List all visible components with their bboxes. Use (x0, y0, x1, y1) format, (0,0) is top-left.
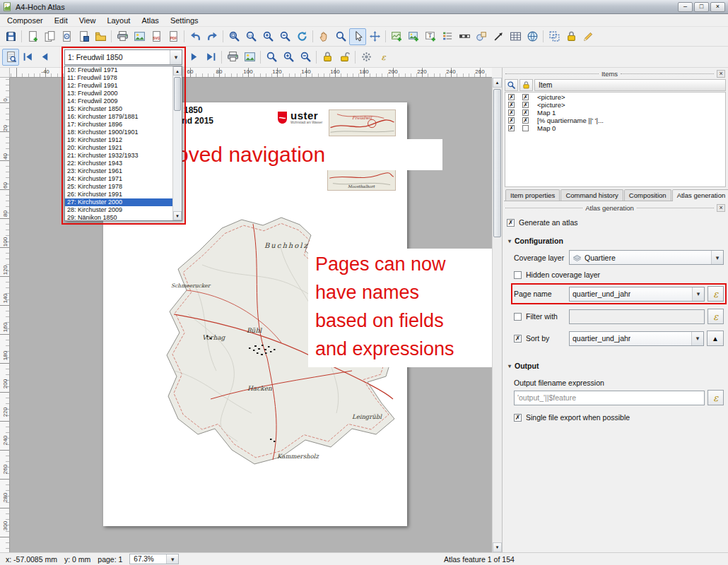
chevron-down-icon[interactable]: ▾ (166, 554, 178, 564)
coverage-layer-combo[interactable]: Quartiere ▾ (569, 250, 724, 265)
output-expression-button[interactable]: ε (708, 390, 724, 405)
item-visible-checkbox[interactable]: ✗ (508, 102, 515, 108)
zoom-atlas-button[interactable] (263, 49, 280, 66)
atlas-page-option[interactable]: 19: Kirchuster 1912 (65, 136, 172, 144)
atlas-page-option[interactable]: 24: Kirchuster 1971 (65, 175, 172, 183)
single-file-export-checkbox[interactable]: ✗ (514, 414, 522, 422)
atlas-page-combo[interactable]: 1: Freudwil 1850 ▾ (64, 49, 182, 65)
sort-by-checkbox[interactable]: ✗ (514, 335, 522, 343)
atlas-page-option[interactable]: 15: Kirchuster 1850 (65, 105, 172, 113)
scroll-up-icon[interactable]: ▴ (493, 78, 502, 88)
next-feature-button[interactable] (185, 49, 202, 66)
filter-expression-button[interactable]: ε (708, 309, 724, 324)
item-row[interactable]: ✗Map 0 (505, 124, 725, 132)
first-feature-button[interactable] (19, 49, 36, 66)
add-label-button[interactable]: T (422, 28, 439, 45)
chevron-down-icon[interactable]: ▾ (711, 251, 723, 264)
chevron-down-icon[interactable]: ▾ (692, 287, 704, 301)
output-filename-field[interactable]: 'output_'||$feature (514, 391, 705, 405)
atlas-page-option[interactable]: 11: Freudwil 1978 (65, 74, 172, 82)
atlas-page-option[interactable]: 28: Kirchuster 2009 (65, 206, 172, 214)
configuration-group-header[interactable]: ▾ Configuration (508, 237, 722, 245)
dropdown-scrollbar[interactable]: ▴ ▾ (172, 66, 182, 220)
atlas-page-option[interactable]: 16: Kirchuster 1879/1881 (65, 113, 172, 121)
scroll-up-icon[interactable]: ▴ (173, 66, 182, 76)
item-lock-checkbox[interactable]: ✗ (522, 109, 529, 116)
atlas-expression-button[interactable]: ε (375, 49, 392, 66)
atlas-page-option[interactable]: 21: Kirchuster 1932/1933 (65, 152, 172, 160)
item-lock-checkbox[interactable] (522, 125, 529, 131)
zoom-actual-button[interactable]: 1:1 (242, 28, 259, 45)
sort-direction-button[interactable]: ▲ (707, 331, 724, 346)
maximize-button[interactable]: □ (694, 2, 709, 12)
item-visible-checkbox[interactable]: ✗ (508, 109, 515, 116)
filter-with-checkbox[interactable] (514, 313, 522, 321)
duplicate-composition-button[interactable] (41, 28, 58, 45)
chevron-down-icon[interactable]: ▾ (691, 332, 703, 345)
atlas-page-option[interactable]: 27: Kirchuster 2000 (65, 198, 172, 206)
close-icon[interactable]: × (717, 204, 725, 212)
menu-atlas[interactable]: Atlas (136, 15, 164, 26)
unlock-layers-button[interactable] (336, 49, 353, 66)
menu-layout[interactable]: Layout (101, 15, 136, 26)
scrollbar-thumb[interactable] (174, 77, 181, 111)
export-svg-button[interactable]: SVG (148, 28, 165, 45)
atlas-page-option[interactable]: 13: Freudwil 2000 (65, 90, 172, 97)
chevron-down-icon[interactable]: ▾ (170, 50, 182, 64)
item-row[interactable]: ✗✗<picture> (505, 101, 725, 109)
atlas-page-option[interactable]: 29: Nänikon 1850 (65, 214, 172, 220)
add-legend-button[interactable] (439, 28, 456, 45)
atlas-page-option[interactable]: 26: Kirchuster 1991 (65, 191, 172, 198)
zoom-in-button[interactable] (259, 28, 276, 45)
close-button[interactable]: × (710, 2, 725, 12)
add-shape-button[interactable] (473, 28, 490, 45)
item-visible-checkbox[interactable]: ✗ (508, 94, 515, 100)
zoom-in-button[interactable] (280, 49, 297, 66)
scrollbar-thumb[interactable] (493, 89, 501, 237)
undo-button[interactable] (187, 28, 204, 45)
export-image-button[interactable] (131, 28, 148, 45)
add-arrow-button[interactable] (490, 28, 507, 45)
add-table-button[interactable] (507, 28, 524, 45)
menu-composer[interactable]: Composer (1, 15, 49, 26)
export-atlas-button[interactable] (241, 49, 258, 66)
titlebar[interactable]: A4-Hoch Atlas – □ × (0, 0, 728, 14)
tab-item-properties[interactable]: Item properties (505, 189, 560, 201)
edit-nodes-item-button[interactable] (580, 28, 597, 45)
atlas-page-option[interactable]: 12: Freudwil 1991 (65, 82, 172, 90)
add-map-button[interactable] (388, 28, 405, 45)
preview-atlas-button[interactable] (2, 49, 19, 66)
atlas-page-option[interactable]: 23: Kirchuster 1961 (65, 167, 172, 175)
item-lock-checkbox[interactable]: ✗ (522, 102, 529, 108)
generate-atlas-checkbox[interactable]: ✗ (507, 219, 515, 227)
sort-by-combo[interactable]: quartier_und_jahr ▾ (569, 331, 704, 346)
item-lock-checkbox[interactable]: ✗ (522, 117, 529, 124)
hidden-coverage-checkbox[interactable] (514, 271, 522, 279)
menu-view[interactable]: View (74, 15, 102, 26)
zoom-tool-button[interactable] (332, 28, 349, 45)
composer-manager-button[interactable] (58, 28, 75, 45)
select-move-item-button[interactable] (349, 28, 366, 45)
atlas-page-option[interactable]: 17: Kirchuster 1896 (65, 121, 172, 129)
tab-atlas-generation[interactable]: Atlas generation (672, 189, 728, 201)
canvas-vertical-scrollbar[interactable]: ▴ ▾ (492, 78, 502, 552)
minimize-button[interactable]: – (678, 2, 693, 12)
scroll-down-icon[interactable]: ▾ (173, 211, 182, 220)
close-icon[interactable]: × (717, 70, 725, 78)
atlas-page-option[interactable]: 14: Freudwil 2009 (65, 97, 172, 105)
item-row[interactable]: ✗✗<picture> (505, 93, 725, 101)
group-items-button[interactable] (546, 28, 563, 45)
print-atlas-button[interactable] (224, 49, 241, 66)
redo-button[interactable] (204, 28, 221, 45)
add-html-button[interactable] (524, 28, 541, 45)
load-template-button[interactable] (92, 28, 109, 45)
pan-button[interactable] (315, 28, 332, 45)
zoom-full-button[interactable] (225, 28, 242, 45)
zoom-level-combo[interactable]: 67.3% ▾ (129, 554, 179, 564)
previous-feature-button[interactable] (36, 49, 53, 66)
lock-items-button[interactable] (563, 28, 580, 45)
lock-layers-button[interactable] (319, 49, 336, 66)
atlas-page-option[interactable]: 20: Kirchuster 1921 (65, 144, 172, 152)
item-row[interactable]: ✗✗[% quartiername ||' '|... (505, 117, 725, 124)
save-project-button[interactable] (2, 28, 19, 45)
